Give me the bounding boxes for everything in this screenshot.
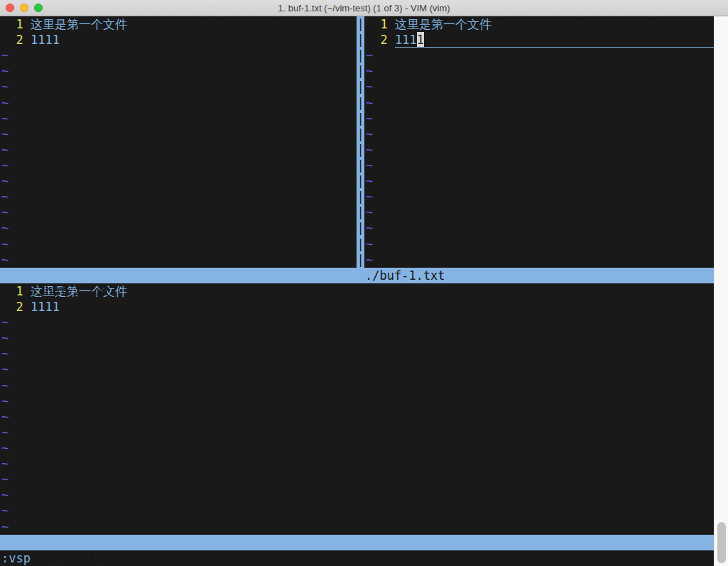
empty-line: ~ xyxy=(364,126,714,142)
empty-line: ~ xyxy=(0,315,714,330)
line-number: 1 xyxy=(366,16,388,32)
tilde-marker: ~ xyxy=(1,472,9,487)
window-title: 1. buf-1.txt (~/vim-test) (1 of 3) - VIM… xyxy=(0,0,728,16)
tilde-marker: ~ xyxy=(366,220,373,236)
empty-line: ~ xyxy=(0,95,357,111)
tilde-marker: ~ xyxy=(366,95,373,111)
empty-line: ~ xyxy=(0,346,714,361)
empty-line: ~ xyxy=(0,330,714,346)
scrollbar-track[interactable] xyxy=(714,16,728,566)
buffer-line[interactable]: 21111 xyxy=(0,299,714,315)
vim-window-top-right[interactable]: 1这里是第一个文件21111~~~~~~~~~~~~~~ xyxy=(364,16,714,268)
empty-line: ~ xyxy=(0,189,357,205)
separator-glyph: | xyxy=(357,126,364,142)
statusline-bottom[interactable]: ./buf-1.txt xyxy=(0,535,714,550)
empty-line: ~ xyxy=(364,173,714,189)
tilde-marker: ~ xyxy=(366,252,373,268)
tilde-marker: ~ xyxy=(1,252,9,268)
empty-line: ~ xyxy=(0,472,714,487)
buffer-line[interactable]: 21111 xyxy=(364,32,714,48)
separator-glyph: | xyxy=(357,48,364,63)
tilde-marker: ~ xyxy=(1,126,9,142)
vim-terminal[interactable]: 1这里是第一个文件21111~~~~~~~~~~~~~~ |||||||||||… xyxy=(0,16,714,566)
tilde-marker: ~ xyxy=(1,409,9,425)
tilde-marker: ~ xyxy=(1,487,9,503)
statusline-filename-right: ./buf-1.txt xyxy=(365,268,445,283)
separator-glyph: | xyxy=(357,189,364,205)
tilde-marker: ~ xyxy=(1,189,9,205)
empty-line: ~ xyxy=(0,173,357,189)
line-text: 1111 xyxy=(31,299,60,315)
line-number: 2 xyxy=(1,32,23,48)
line-text: 1111 xyxy=(395,32,714,48)
empty-line: ~ xyxy=(364,252,714,268)
separator-glyph: | xyxy=(357,95,364,111)
empty-line: ~ xyxy=(364,48,714,63)
statusline-filename-bottom: ./buf-1.txt xyxy=(29,551,111,565)
tilde-marker: ~ xyxy=(366,205,373,220)
separator-glyph: | xyxy=(357,220,364,236)
line-text: 1111 xyxy=(31,32,60,48)
separator-glyph: | xyxy=(357,111,364,126)
tilde-marker: ~ xyxy=(1,79,9,94)
tilde-marker: ~ xyxy=(366,126,373,142)
separator-glyph: | xyxy=(357,16,364,32)
text-before-cursor: 111 xyxy=(395,32,417,47)
buffer-line[interactable]: 21111 xyxy=(0,32,357,48)
empty-line: ~ xyxy=(0,142,357,158)
empty-line: ~ xyxy=(364,189,714,205)
tilde-marker: ~ xyxy=(1,330,9,346)
vim-window-top-left[interactable]: 1这里是第一个文件21111~~~~~~~~~~~~~~ xyxy=(0,16,357,268)
vertical-split-separator[interactable]: |||||||||||||||| xyxy=(357,16,364,268)
empty-line: ~ xyxy=(0,503,714,518)
line-text: 1111 xyxy=(31,32,60,48)
empty-line: ~ xyxy=(0,440,714,456)
empty-line: ~ xyxy=(0,456,714,472)
buffer-line[interactable]: 1这里是第一个文件 xyxy=(364,16,714,32)
tilde-marker: ~ xyxy=(1,48,9,63)
tilde-marker: ~ xyxy=(1,220,9,236)
empty-line: ~ xyxy=(364,111,714,126)
separator-glyph: | xyxy=(357,252,364,268)
line-number: 1 xyxy=(1,16,23,32)
tilde-marker: ~ xyxy=(1,111,9,126)
tilde-marker: ~ xyxy=(1,425,9,440)
tilde-marker: ~ xyxy=(1,63,9,79)
scrollbar-thumb[interactable] xyxy=(717,522,726,563)
empty-line: ~ xyxy=(364,79,714,94)
tilde-marker: ~ xyxy=(1,205,9,220)
empty-line: ~ xyxy=(364,158,714,173)
tilde-marker: ~ xyxy=(366,111,373,126)
empty-line: ~ xyxy=(0,236,357,252)
empty-line: ~ xyxy=(0,158,357,173)
tilde-marker: ~ xyxy=(1,378,9,393)
tilde-marker: ~ xyxy=(1,158,9,173)
separator-glyph: | xyxy=(357,236,364,252)
separator-glyph: | xyxy=(357,158,364,173)
tilde-marker: ~ xyxy=(1,173,9,189)
statusline-top[interactable]: ./buf-1.txt ./buf-1.txt xyxy=(0,268,714,283)
empty-line: ~ xyxy=(0,519,714,535)
line-text: 1111 xyxy=(31,299,60,315)
empty-line: ~ xyxy=(0,63,357,79)
tilde-marker: ~ xyxy=(366,142,373,158)
empty-line: ~ xyxy=(0,252,357,268)
tilde-marker: ~ xyxy=(366,173,373,189)
separator-glyph: | xyxy=(357,205,364,220)
empty-line: ~ xyxy=(0,409,714,425)
tilde-marker: ~ xyxy=(1,95,9,111)
tilde-marker: ~ xyxy=(1,519,9,535)
tilde-marker: ~ xyxy=(1,503,9,518)
tilde-marker: ~ xyxy=(1,142,9,158)
tilde-marker: ~ xyxy=(1,456,9,472)
tilde-marker: ~ xyxy=(1,236,9,252)
vim-window-bottom[interactable]: 1这里是第一个文件21111~~~~~~~~~~~~~~ xyxy=(0,283,714,535)
separator-glyph: | xyxy=(357,63,364,79)
tilde-marker: ~ xyxy=(366,189,373,205)
tilde-marker: ~ xyxy=(366,236,373,252)
tilde-marker: ~ xyxy=(1,393,9,409)
buffer-line[interactable]: 1这里是第一个文件 xyxy=(0,16,357,32)
tilde-marker: ~ xyxy=(366,79,373,94)
empty-line: ~ xyxy=(364,142,714,158)
tilde-marker: ~ xyxy=(366,48,373,63)
